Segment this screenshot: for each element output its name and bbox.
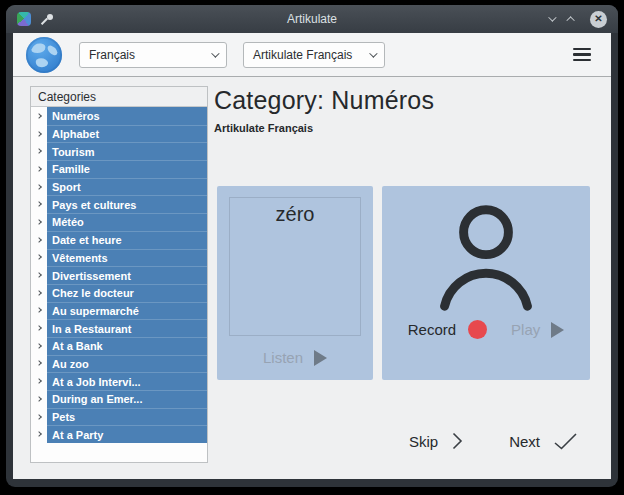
skip-button[interactable]: Skip <box>409 432 463 450</box>
sidebar-item[interactable]: Sport <box>31 178 207 196</box>
sidebar-item[interactable]: Chez le docteur <box>31 284 207 302</box>
globe-logo-icon <box>25 36 63 74</box>
expand-chevron-icon[interactable] <box>31 160 47 178</box>
play-button[interactable]: Play <box>511 321 540 338</box>
expand-chevron-icon[interactable] <box>31 125 47 143</box>
expand-chevron-icon[interactable] <box>31 178 47 196</box>
app-body: Categories Numéros Alphabet <box>13 77 611 479</box>
sidebar-item[interactable]: Au supermarché <box>31 302 207 320</box>
expand-chevron-icon[interactable] <box>31 355 47 373</box>
menu-button[interactable] <box>573 48 591 61</box>
page-title: Category: Numéros <box>214 86 595 115</box>
sidebar-item[interactable]: Alphabet <box>31 125 207 143</box>
app-menu-icon[interactable] <box>17 12 31 26</box>
categories-header: Categories <box>31 87 207 107</box>
language-dropdown-value: Français <box>89 48 135 62</box>
next-button[interactable]: Next <box>509 432 577 450</box>
page-subtitle: Artikulate Français <box>214 122 595 134</box>
chevron-right-icon <box>452 432 463 450</box>
sidebar-item[interactable]: Pays et cultures <box>31 195 207 213</box>
expand-chevron-icon[interactable] <box>31 284 47 302</box>
person-icon <box>430 202 542 314</box>
expand-chevron-icon[interactable] <box>31 337 47 355</box>
expand-chevron-icon[interactable] <box>31 266 47 284</box>
phrase-box: zéro <box>229 197 361 336</box>
record-card: Record Play <box>382 186 590 380</box>
phrase-card: zéro Listen <box>217 186 373 380</box>
course-dropdown-value: Artikulate Français <box>253 48 352 62</box>
window-content: Français Artikulate Français Categories <box>13 33 611 479</box>
play-triangle-icon <box>314 350 327 366</box>
expand-chevron-icon[interactable] <box>31 390 47 408</box>
record-dot-icon[interactable] <box>468 320 487 339</box>
language-dropdown[interactable]: Français <box>79 42 227 68</box>
listen-label: Listen <box>263 349 303 366</box>
expand-chevron-icon[interactable] <box>31 231 47 249</box>
main-panel: Category: Numéros Artikulate Français zé… <box>214 86 595 479</box>
sidebar-item[interactable]: Pets <box>31 408 207 426</box>
sidebar-item[interactable]: Au zoo <box>31 355 207 373</box>
phrase-text: zéro <box>276 203 315 335</box>
expand-chevron-icon[interactable] <box>31 142 47 160</box>
expand-chevron-icon[interactable] <box>31 302 47 320</box>
sidebar-item[interactable]: At a Job Intervi... <box>31 372 207 390</box>
record-button[interactable]: Record <box>408 321 456 338</box>
expand-chevron-icon[interactable] <box>31 249 47 267</box>
checkmark-icon <box>554 433 577 450</box>
sidebar-item[interactable]: At a Party <box>31 425 207 443</box>
expand-chevron-icon[interactable] <box>31 195 47 213</box>
sidebar-item[interactable]: At a Bank <box>31 337 207 355</box>
expand-chevron-icon[interactable] <box>31 213 47 231</box>
expand-chevron-icon[interactable] <box>31 319 47 337</box>
pin-icon[interactable] <box>41 13 54 26</box>
sidebar-item[interactable]: Famille <box>31 160 207 178</box>
minimize-icon[interactable] <box>548 13 556 21</box>
expand-chevron-icon[interactable] <box>31 408 47 426</box>
sidebar-item[interactable]: Tourism <box>31 142 207 160</box>
close-icon: ✕ <box>594 14 602 24</box>
trainer-cards: zéro Listen Record <box>217 186 590 380</box>
sidebar-item[interactable]: Numéros <box>31 107 207 125</box>
close-button[interactable]: ✕ <box>590 11 607 28</box>
listen-button[interactable]: Listen <box>263 349 327 366</box>
app-window: Artikulate ✕ <box>6 5 618 487</box>
category-tree: Numéros Alphabet Tourism <box>31 107 207 443</box>
titlebar[interactable]: Artikulate ✕ <box>6 5 618 33</box>
chevron-down-icon <box>369 49 377 57</box>
expand-chevron-icon[interactable] <box>31 425 47 443</box>
next-label: Next <box>509 433 540 450</box>
toolbar: Français Artikulate Français <box>13 33 611 77</box>
expand-chevron-icon[interactable] <box>31 372 47 390</box>
chevron-down-icon <box>211 49 219 57</box>
nav-row: Skip Next <box>409 432 577 450</box>
play-triangle-icon[interactable] <box>551 322 564 338</box>
sidebar-item[interactable]: Météo <box>31 213 207 231</box>
sidebar-item[interactable]: Divertissement <box>31 266 207 284</box>
maximize-icon[interactable] <box>566 16 574 24</box>
categories-panel: Categories Numéros Alphabet <box>30 86 208 463</box>
expand-chevron-icon[interactable] <box>31 107 47 125</box>
course-dropdown[interactable]: Artikulate Français <box>243 42 385 68</box>
window-title: Artikulate <box>6 12 618 26</box>
sidebar-item[interactable]: In a Restaurant <box>31 319 207 337</box>
sidebar-item[interactable]: Date et heure <box>31 231 207 249</box>
sidebar-item[interactable]: During an Emer... <box>31 390 207 408</box>
skip-label: Skip <box>409 433 438 450</box>
sidebar-item[interactable]: Vêtements <box>31 249 207 267</box>
